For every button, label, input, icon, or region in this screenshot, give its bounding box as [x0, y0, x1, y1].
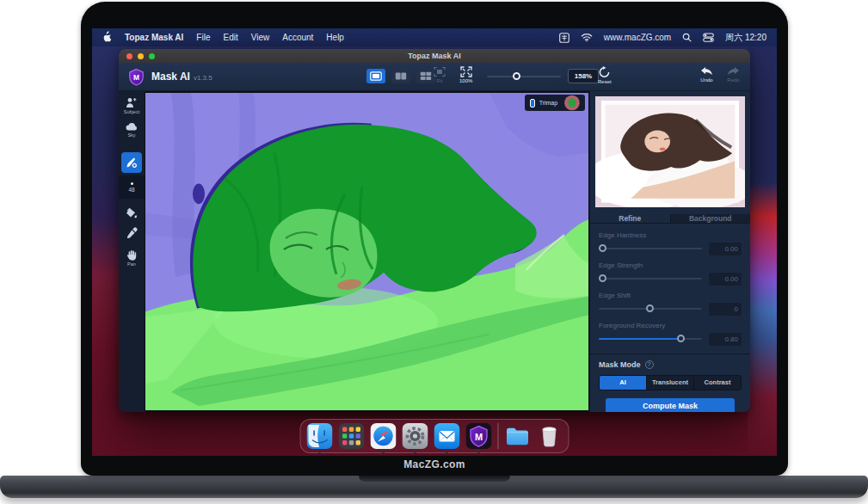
laptop-hinge-notch — [359, 476, 510, 482]
svg-text:M: M — [475, 432, 483, 442]
eyedropper-tool[interactable] — [126, 227, 138, 238]
dock-trash-icon[interactable] — [537, 423, 563, 449]
edge-shift-slider: Edge Shift 0 — [599, 292, 742, 316]
reset-button[interactable]: Reset — [598, 66, 612, 84]
tab-refine[interactable]: Refine — [590, 214, 671, 223]
foreground-recovery-knob[interactable] — [677, 335, 685, 342]
mode-ai-button[interactable]: AI — [600, 376, 646, 390]
fit-zoom-button[interactable]: Fit — [434, 66, 446, 83]
foreground-recovery-track[interactable] — [599, 338, 702, 340]
fit-icon — [434, 66, 446, 77]
paint-bucket-icon — [126, 207, 138, 219]
refine-sliders: Edge Hardness 0.00 Edg — [590, 224, 750, 353]
menu-file[interactable]: File — [196, 33, 210, 42]
edge-strength-track[interactable] — [599, 278, 702, 280]
dock: M — [300, 419, 569, 453]
brush-size-indicator[interactable]: 48 — [119, 175, 145, 199]
sky-cloud-icon — [126, 122, 138, 132]
menu-help[interactable]: Help — [326, 33, 344, 42]
foreground-recovery-value[interactable]: 0.80 — [709, 333, 742, 346]
screen: Topaz Mask AI File Edit View Account Hel… — [92, 28, 777, 456]
redo-icon — [727, 66, 740, 77]
toolbar-version: v1.3.5 — [194, 74, 212, 82]
subject-tool[interactable]: Subject — [124, 97, 139, 114]
window-titlebar[interactable]: Topaz Mask AI — [119, 49, 750, 63]
zoom-100-button[interactable]: 100% — [459, 66, 472, 83]
menu-bar: Topaz Mask AI File Edit View Account Hel… — [92, 28, 777, 46]
trimap-toggle[interactable]: Trimap — [525, 95, 585, 111]
menu-edit[interactable]: Edit — [223, 33, 237, 42]
bezel-brand-text: MacZG.com — [81, 458, 788, 470]
edge-shift-value[interactable]: 0 — [709, 303, 742, 316]
undo-icon — [700, 66, 713, 77]
single-view-button[interactable] — [366, 69, 385, 83]
input-method-icon[interactable] — [559, 33, 569, 43]
zoom-slider[interactable] — [487, 76, 561, 77]
wifi-icon[interactable] — [581, 33, 593, 42]
menu-view[interactable]: View — [251, 33, 270, 42]
spotlight-search-icon[interactable] — [682, 33, 692, 42]
edge-shift-knob[interactable] — [646, 304, 654, 312]
toolbar-app-name: Mask AI — [151, 71, 190, 83]
edge-hardness-track[interactable] — [599, 248, 702, 249]
help-icon[interactable]: ? — [645, 360, 654, 369]
redo-button[interactable]: Redo — [727, 66, 740, 83]
image-canvas[interactable]: Trimap — [145, 91, 589, 412]
dock-mask-ai-icon[interactable]: M — [466, 423, 492, 449]
trimap-label: Trimap — [539, 100, 558, 106]
brush-size-dot — [131, 182, 133, 185]
edge-hardness-slider: Edge Hardness 0.00 — [599, 231, 742, 255]
macbook-mockup: Topaz Mask AI File Edit View Account Hel… — [0, 0, 868, 504]
fill-bucket-tool[interactable] — [126, 207, 138, 219]
menubar-clock[interactable]: 周六 12:20 — [725, 32, 766, 44]
apple-menu-icon[interactable] — [102, 31, 112, 44]
edge-strength-slider: Edge Strength 0.00 — [599, 261, 742, 286]
edge-shift-track[interactable] — [599, 308, 702, 310]
dock-launchpad-icon[interactable] — [339, 423, 365, 449]
dock-safari-icon[interactable] — [371, 423, 397, 449]
dock-mail-icon[interactable] — [434, 423, 460, 449]
subject-person-icon — [126, 97, 137, 108]
pan-tool[interactable]: Pan — [126, 249, 137, 267]
edge-strength-knob[interactable] — [599, 274, 606, 282]
trimap-masked-image — [145, 93, 588, 410]
split-view-button[interactable] — [391, 69, 410, 83]
split-view-icon — [395, 71, 407, 81]
reset-icon — [598, 66, 611, 78]
svg-text:M: M — [133, 73, 139, 82]
edge-strength-value[interactable]: 0.00 — [709, 273, 742, 286]
zoom-slider-knob[interactable] — [513, 72, 520, 80]
apple-logo-icon — [102, 31, 112, 42]
menubar-app-name[interactable]: Topaz Mask AI — [125, 33, 183, 42]
tab-background[interactable]: Background — [671, 214, 751, 223]
mode-translucent-button[interactable]: Translucent — [646, 376, 693, 390]
mask-mode-label: Mask Mode — [599, 360, 641, 369]
zoom-value[interactable]: 158% — [568, 69, 599, 83]
trimap-checkbox-icon[interactable] — [530, 99, 534, 108]
eyedropper-icon — [126, 227, 138, 238]
sky-tool[interactable]: Sky — [126, 122, 138, 138]
undo-button[interactable]: Undo — [700, 66, 713, 83]
quad-view-button[interactable] — [416, 69, 435, 83]
dock-finder-icon[interactable] — [307, 423, 333, 449]
laptop-base — [0, 476, 868, 498]
app-toolbar: M Mask AI v1.3.5 — [119, 63, 750, 91]
trimap-thumbnail-icon — [562, 95, 582, 111]
app-window-topaz-mask-ai: Topaz Mask AI M Mask AI v1.3.5 — [119, 49, 750, 412]
compute-mask-button[interactable]: Compute Mask — [606, 398, 735, 412]
control-center-icon[interactable] — [703, 33, 714, 42]
pan-hand-icon — [126, 249, 137, 261]
menubar-url[interactable]: www.macZG.com — [604, 33, 671, 42]
original-image-preview[interactable] — [595, 96, 745, 207]
mode-contrast-button[interactable]: Contrast — [693, 376, 741, 390]
dock-system-preferences-icon[interactable] — [403, 423, 428, 449]
brush-settings-icon — [126, 157, 138, 169]
edge-hardness-value[interactable]: 0.00 — [709, 243, 742, 255]
edge-hardness-knob[interactable] — [599, 244, 606, 252]
menu-account[interactable]: Account — [282, 33, 313, 42]
dock-folder-icon[interactable] — [505, 423, 531, 449]
panel-tabs: Refine Background — [590, 214, 750, 224]
brush-tool[interactable] — [121, 152, 142, 173]
preview-photo — [595, 96, 745, 207]
quad-view-icon — [420, 71, 432, 81]
